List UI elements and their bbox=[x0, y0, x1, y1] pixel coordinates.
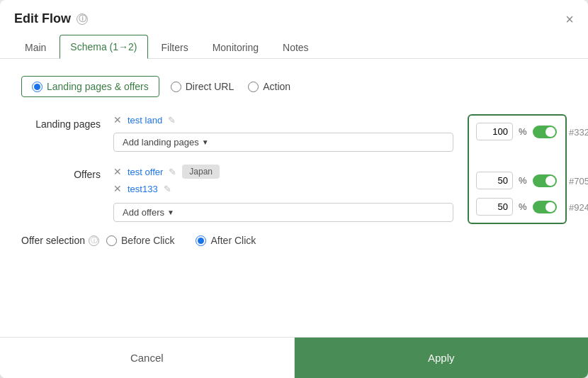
modal-footer: Cancel Apply bbox=[0, 337, 588, 378]
offer1-percent-symbol: % bbox=[519, 175, 527, 186]
offer-row-2: ✕ test133 ✎ bbox=[113, 183, 453, 194]
offers-content: ✕ test offer ✎ Japan ✕ test133 bbox=[113, 165, 453, 222]
landing-percent-row: % #332 bbox=[476, 123, 558, 140]
tabs-bar: Main Schema (1→2) Filters Monitoring Not… bbox=[0, 26, 588, 59]
close-button[interactable]: × bbox=[565, 12, 574, 26]
offer2-percent-input[interactable] bbox=[476, 198, 513, 216]
info-icon[interactable]: ⓘ bbox=[77, 13, 88, 25]
tab-filters[interactable]: Filters bbox=[151, 35, 199, 59]
landing-tag-row: ✕ test land ✎ bbox=[113, 114, 453, 126]
offer1-remove-icon[interactable]: ✕ bbox=[113, 166, 122, 177]
radio-action-input[interactable] bbox=[248, 82, 259, 92]
landing-percent-symbol: % bbox=[519, 126, 527, 137]
offer1-percent-input[interactable] bbox=[476, 172, 513, 189]
landing-pages-label: Landing pages bbox=[21, 114, 113, 130]
add-offers-dropdown-icon: ▼ bbox=[167, 209, 174, 216]
type-radio-group: Landing pages & offers Direct URL Action bbox=[21, 76, 567, 97]
modal-title: Edit Flow ⓘ bbox=[14, 11, 88, 26]
radio-landing-pages[interactable]: Landing pages & offers bbox=[21, 76, 159, 97]
offer2-name: test133 bbox=[128, 184, 158, 194]
offers-row: Offers ✕ test offer ✎ Japan bbox=[21, 165, 453, 222]
radio-direct-url-input[interactable] bbox=[171, 82, 181, 92]
offer2-tag: test133 bbox=[128, 184, 158, 194]
offer1-geo: Japan bbox=[182, 165, 220, 179]
radio-direct-url-label: Direct URL bbox=[186, 81, 234, 92]
landing-edit-icon[interactable]: ✎ bbox=[168, 115, 176, 126]
radio-landing-pages-label: Landing pages & offers bbox=[47, 81, 149, 92]
modal-body: Landing pages & offers Direct URL Action… bbox=[0, 59, 588, 337]
landing-pages-content: ✕ test land ✎ Add landing pages ▼ bbox=[113, 114, 453, 152]
before-click-option[interactable]: Before Click bbox=[106, 235, 174, 246]
after-click-label: After Click bbox=[210, 235, 256, 246]
tab-notes[interactable]: Notes bbox=[272, 35, 320, 59]
add-landing-dropdown-icon: ▼ bbox=[202, 138, 209, 146]
landing-pages-row: Landing pages ✕ test land ✎ Add landing … bbox=[21, 114, 453, 152]
tab-main[interactable]: Main bbox=[14, 35, 57, 59]
tab-schema[interactable]: Schema (1→2) bbox=[60, 35, 147, 59]
offer1-tag: test offer bbox=[128, 167, 163, 177]
cancel-button[interactable]: Cancel bbox=[0, 338, 295, 378]
landing-toggle-slider bbox=[533, 126, 557, 138]
offer2-percent-row: % #924 bbox=[476, 198, 558, 216]
offer-selection-info-icon[interactable]: ⓘ bbox=[89, 235, 99, 246]
percent-spacer bbox=[476, 145, 558, 167]
add-offers-button[interactable]: Add offers ▼ bbox=[113, 203, 453, 222]
offers-section: ✕ test offer ✎ Japan ✕ test133 bbox=[113, 165, 453, 194]
offers-label: Offers bbox=[21, 165, 113, 180]
landing-tag-name: test land bbox=[128, 115, 162, 126]
radio-action-label: Action bbox=[263, 81, 290, 92]
offer-selection-row: Offer selection ⓘ Before Click After Cli… bbox=[21, 235, 453, 246]
offer2-remove-icon[interactable]: ✕ bbox=[113, 183, 122, 194]
offer-selection-label-group: Offer selection ⓘ bbox=[21, 235, 99, 246]
after-click-radio[interactable] bbox=[196, 235, 206, 246]
landing-toggle[interactable] bbox=[533, 126, 557, 138]
offer1-toggle-slider bbox=[533, 174, 557, 187]
radio-action[interactable]: Action bbox=[248, 81, 290, 92]
after-click-option[interactable]: After Click bbox=[196, 235, 256, 246]
radio-direct-url[interactable]: Direct URL bbox=[171, 81, 234, 92]
offer2-edit-icon[interactable]: ✎ bbox=[164, 184, 171, 194]
landing-id: #332 bbox=[569, 126, 588, 137]
offer1-name: test offer bbox=[128, 167, 163, 177]
landing-tag: test land bbox=[128, 115, 162, 126]
add-landing-pages-label: Add landing pages bbox=[123, 137, 199, 148]
add-landing-pages-button[interactable]: Add landing pages ▼ bbox=[113, 133, 453, 152]
edit-flow-modal: Edit Flow ⓘ × Main Schema (1→2) Filters … bbox=[0, 0, 588, 378]
offer1-edit-icon[interactable]: ✎ bbox=[169, 167, 176, 177]
offer-row-1: ✕ test offer ✎ Japan bbox=[113, 165, 453, 179]
offer-selection-text: Offer selection bbox=[21, 235, 85, 246]
landing-remove-icon[interactable]: ✕ bbox=[113, 114, 122, 126]
add-offers-label: Add offers bbox=[123, 207, 164, 218]
before-click-label: Before Click bbox=[121, 235, 174, 246]
offer2-percent-symbol: % bbox=[519, 201, 527, 212]
modal-header: Edit Flow ⓘ × bbox=[0, 0, 588, 26]
offer1-id: #705 bbox=[569, 175, 588, 186]
before-click-radio[interactable] bbox=[106, 235, 117, 246]
tab-monitoring[interactable]: Monitoring bbox=[202, 35, 269, 59]
offer1-percent-row: % #705 bbox=[476, 172, 558, 189]
offer2-toggle[interactable] bbox=[533, 201, 557, 213]
title-text: Edit Flow bbox=[14, 11, 71, 26]
apply-button[interactable]: Apply bbox=[295, 338, 589, 378]
offer2-id: #924 bbox=[569, 201, 588, 212]
landing-percent-input[interactable] bbox=[476, 123, 513, 140]
radio-landing-pages-input[interactable] bbox=[32, 82, 43, 92]
offer2-toggle-slider bbox=[533, 201, 557, 213]
percent-toggle-group: % #332 % #705 bbox=[468, 114, 567, 224]
offer1-toggle[interactable] bbox=[533, 174, 557, 187]
